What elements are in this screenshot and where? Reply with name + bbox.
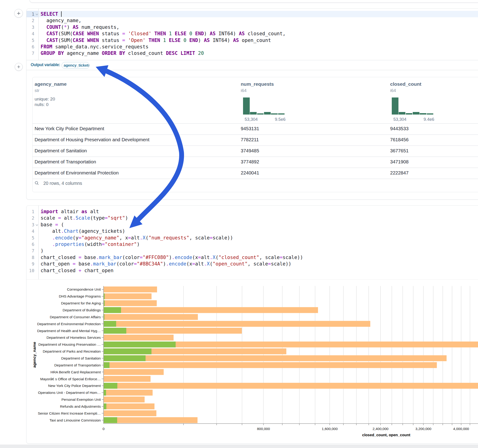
category-label: New York City Police Department	[48, 384, 101, 388]
code-token: )	[204, 31, 210, 36]
category-label: Refunds and Adjustments	[60, 404, 101, 408]
fold-chevron-icon[interactable]	[35, 224, 38, 227]
table-row[interactable]: New York City Police Department945313194…	[32, 123, 478, 134]
add-cell-button-output[interactable]	[15, 63, 23, 71]
notebook-page: 1SELECT 2 agency_name,3 COUNT(*) AS num_…	[0, 0, 478, 448]
sql-code-editor[interactable]: 1SELECT 2 agency_name,3 COUNT(*) AS num_…	[26, 11, 478, 57]
code-token	[84, 37, 87, 43]
table-row[interactable]: Department of Environmental Protection22…	[32, 168, 478, 179]
code-token: scale))	[271, 261, 291, 267]
code-line[interactable]: 2scale = alt.Scale(type="sqrt")	[26, 215, 478, 221]
code-token: X	[143, 235, 146, 241]
table-row[interactable]: Department of Sanitation37494853677651	[32, 145, 478, 156]
code-token	[186, 31, 189, 36]
code-line[interactable]: 4 CAST(SUM(CASE WHEN status = 'Closed' T…	[26, 31, 478, 37]
output-variable-pill[interactable]: agency_tickets	[62, 62, 89, 69]
line-number: 8	[26, 254, 38, 261]
code-text: )	[41, 248, 44, 254]
code-line[interactable]: 10chart_closed + chart_open	[26, 267, 478, 274]
code-token: )	[41, 248, 44, 254]
table-cell: 2222847	[390, 170, 409, 176]
code-token: open_count	[239, 37, 271, 43]
code-token: import	[41, 209, 58, 214]
code-token: (y	[73, 235, 78, 241]
column-header[interactable]: closed_count	[390, 81, 421, 87]
code-line[interactable]: 5 .encode(y="agency_name", x=alt.X("num_…	[26, 235, 478, 241]
code-token: chart_closed	[41, 255, 78, 260]
histogram-bar	[399, 112, 405, 115]
python-code-editor[interactable]: 1import altair as alt2scale = alt.Scale(…	[26, 208, 478, 274]
code-token: SELECT	[41, 11, 58, 17]
code-line[interactable]: 6FROM sample_data.nyc.service_requests	[26, 44, 478, 50]
closed-bar	[104, 376, 151, 382]
closed-bar	[104, 369, 164, 375]
code-token: scale))	[213, 235, 233, 241]
code-token: CAST	[46, 31, 58, 36]
code-token: "open_count"	[213, 261, 248, 267]
code-token: =	[122, 31, 125, 36]
table-cell: 3471908	[390, 159, 409, 165]
code-token	[172, 31, 175, 36]
code-token: alt	[61, 215, 73, 221]
code-token: CAST	[46, 37, 58, 43]
code-line[interactable]: 3base = (	[26, 221, 478, 228]
code-line[interactable]: 9chart_open = base.mark_bar(color="#8BC3…	[26, 261, 478, 267]
code-token: =	[78, 255, 82, 260]
code-token: 20	[198, 50, 204, 56]
closed-bar	[104, 321, 370, 327]
table-row[interactable]: Department of Transportation377489234719…	[32, 156, 478, 168]
line-number: 6	[26, 241, 38, 248]
category-label: DHS Advantage Programs	[59, 294, 101, 298]
plus-icon	[17, 65, 21, 69]
code-line[interactable]: 7GROUP BY agency_name ORDER BY closed_co…	[26, 50, 478, 56]
fold-chevron-icon[interactable]	[35, 13, 38, 16]
line-number: 7	[26, 50, 38, 56]
code-token	[41, 37, 46, 43]
code-token: WHEN	[87, 31, 99, 36]
code-token: agency_name,	[41, 18, 82, 23]
code-text: FROM sample_data.nyc.service_requests	[41, 44, 149, 50]
gutter-separator	[38, 205, 39, 280]
line-number: 2	[26, 17, 38, 24]
code-token: closed_count	[125, 50, 166, 56]
code-line[interactable]: 6 .properties(width="container")	[26, 241, 478, 248]
add-cell-button-top[interactable]	[14, 9, 23, 18]
code-line[interactable]: 2 agency_name,	[26, 17, 478, 24]
code-token: +	[78, 268, 82, 273]
code-line[interactable]: 4 alt.Chart(agency_tickets)	[26, 228, 478, 234]
histogram-bar	[278, 113, 285, 115]
code-token: chart_open	[41, 261, 73, 267]
table-row[interactable]: Department of Housing Preservation and D…	[32, 134, 478, 145]
column-header[interactable]: num_requests	[241, 81, 274, 87]
open-bar	[104, 362, 110, 368]
code-token: DESC	[166, 50, 178, 56]
search-icon[interactable]	[35, 181, 39, 185]
code-line[interactable]: 7)	[26, 248, 478, 254]
code-line[interactable]: 5 CAST(SUM(CASE WHEN status = 'Open' THE…	[26, 37, 478, 44]
output-row-divider	[26, 70, 478, 70]
gutter-separator	[38, 9, 39, 60]
code-line[interactable]: 3 COUNT(*) AS num_requests,	[26, 24, 478, 31]
code-token	[41, 25, 46, 30]
code-token: =	[210, 235, 213, 241]
code-token: =	[58, 215, 61, 221]
code-token: )	[67, 25, 73, 30]
code-token	[125, 37, 128, 43]
table-cell: Department of Housing Preservation and D…	[35, 137, 149, 143]
altair-chart[interactable]: Correspondence UnitDHS Advantage Program…	[26, 280, 478, 444]
code-line[interactable]: 1SELECT	[26, 11, 478, 17]
code-token: END	[189, 37, 198, 43]
x-tick-label: 800,000	[257, 427, 270, 431]
column-header[interactable]: agency_name	[35, 81, 67, 87]
code-line[interactable]: 1import altair as alt	[26, 208, 478, 215]
code-line[interactable]: 8chart_closed = base.mark_bar(color="#FF…	[26, 254, 478, 261]
table-cell: Department of Sanitation	[35, 148, 87, 154]
table-cell: Department of Transportation	[35, 159, 96, 165]
code-token: num_requests,	[78, 25, 119, 30]
code-token: (	[210, 261, 213, 267]
code-token: )	[169, 255, 172, 260]
code-token	[181, 37, 183, 43]
histogram-bar	[243, 98, 250, 115]
code-token: =	[78, 235, 82, 241]
code-token: .	[96, 255, 99, 260]
